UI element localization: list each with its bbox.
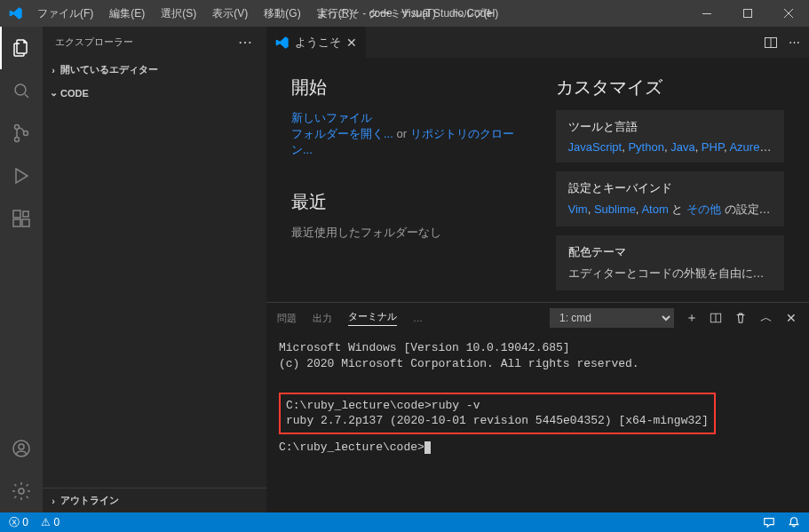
and-text: と	[671, 202, 686, 216]
editor-area: ようこそ ✕ ⋯ 開始 新しいファイル フォルダーを開く... or リポジトリ…	[266, 27, 809, 512]
card-theme[interactable]: 配色テーマ エディターとコードの外観を自由に設定します	[556, 235, 785, 290]
activitybar	[0, 27, 43, 512]
svg-rect-1	[744, 10, 752, 18]
menu-selection[interactable]: 選択(S)	[154, 3, 203, 25]
card-tools-title: ツールと言語	[568, 119, 773, 135]
errors-count: 0	[22, 516, 28, 528]
svg-point-12	[19, 488, 24, 494]
sep: ,	[695, 140, 702, 154]
split-terminal-icon[interactable]	[710, 312, 724, 324]
terminal-output: ruby 2.7.2p137 (2020-10-01 revision 5445…	[286, 413, 709, 429]
panel-tab-terminal[interactable]: ターミナル	[348, 310, 397, 326]
warnings-count: 0	[53, 516, 59, 528]
link-js[interactable]: JavaScript	[568, 140, 623, 154]
keys-suffix: の設定とキーボ...	[725, 202, 772, 216]
svg-point-3	[15, 125, 20, 130]
tab-label: ようこそ	[295, 35, 341, 51]
tab-welcome[interactable]: ようこそ ✕	[266, 27, 367, 58]
link-vim[interactable]: Vim	[568, 202, 588, 216]
link-php[interactable]: PHP	[702, 140, 724, 154]
svg-rect-9	[23, 211, 28, 217]
link-others[interactable]: その他	[686, 202, 721, 216]
recent-heading: 最近	[291, 190, 520, 214]
sidebar-more-icon[interactable]: ⋯	[238, 34, 254, 51]
customize-heading: カスタマイズ	[556, 75, 785, 99]
statusbar: ⓧ 0 ⚠ 0	[0, 512, 809, 532]
open-folder-link[interactable]: フォルダーを開く...	[291, 127, 393, 140]
panel: 問題 出力 ターミナル … 1: cmd ＋ ︿ ✕ Microsoft Win…	[266, 302, 809, 512]
close-panel-icon[interactable]: ✕	[784, 311, 798, 325]
tabbar: ようこそ ✕ ⋯	[266, 27, 809, 58]
terminal-selector[interactable]: 1: cmd	[550, 308, 674, 328]
status-warnings[interactable]: ⚠ 0	[41, 516, 59, 528]
link-java[interactable]: Java	[670, 140, 694, 154]
svg-rect-6	[13, 210, 20, 218]
folder-label: CODE	[60, 88, 89, 99]
menu-view[interactable]: 表示(V)	[205, 3, 255, 25]
terminal-body[interactable]: Microsoft Windows [Version 10.0.19042.68…	[266, 333, 809, 512]
terminal-highlight: C:\ruby_lecture\code>ruby -v ruby 2.7.2p…	[279, 393, 716, 434]
svg-point-11	[19, 444, 24, 449]
card-theme-title: 配色テーマ	[568, 244, 773, 260]
outline-label: アウトライン	[60, 494, 119, 507]
menu-edit[interactable]: 編集(E)	[102, 3, 152, 25]
svg-point-4	[15, 138, 20, 142]
card-tools[interactable]: ツールと言語 JavaScript, Python, Java, PHP, Az…	[556, 110, 785, 163]
new-file-link[interactable]: 新しいファイル	[291, 111, 372, 124]
card-keys-title: 設定とキーバインド	[568, 180, 773, 196]
card-tools-body: JavaScript, Python, Java, PHP, Azure, Do…	[568, 140, 773, 154]
link-azure[interactable]: Azure	[729, 140, 771, 154]
split-editor-icon[interactable]	[764, 36, 778, 50]
link-sublime[interactable]: Sublime	[594, 202, 636, 216]
activity-source-control[interactable]	[0, 112, 43, 155]
open-editors-section[interactable]: 開いているエディター	[43, 61, 266, 78]
terminal-prompt-line: C:\ruby_lecture\code>	[279, 440, 797, 456]
menu-go[interactable]: 移動(G)	[257, 3, 307, 25]
activity-run-debug[interactable]	[0, 155, 43, 197]
outline-section[interactable]: アウトライン	[43, 492, 266, 509]
activity-explorer[interactable]	[0, 27, 43, 69]
panel-tab-more[interactable]: …	[413, 313, 423, 323]
maximize-panel-icon[interactable]: ︿	[759, 310, 773, 326]
sidebar-title-text: エクスプローラー	[55, 36, 133, 49]
activity-settings[interactable]	[0, 470, 43, 512]
terminal-cmd: C:\ruby_lecture\code>ruby -v	[286, 398, 709, 414]
vscode-tab-icon	[275, 36, 289, 50]
tab-close-icon[interactable]: ✕	[346, 36, 357, 50]
minimize-button[interactable]	[686, 0, 727, 27]
window-title: ようこそ - code - Visual Studio Code	[317, 6, 492, 21]
sep: ,	[588, 202, 594, 216]
menu-file[interactable]: ファイル(F)	[30, 3, 100, 25]
activity-extensions[interactable]	[0, 197, 43, 240]
maximize-button[interactable]	[727, 0, 768, 27]
link-atom[interactable]: Atom	[641, 202, 668, 216]
sidebar-explorer: エクスプローラー ⋯ 開いているエディター CODE アウトライン	[43, 27, 266, 512]
status-feedback-icon[interactable]	[763, 516, 775, 528]
status-errors[interactable]: ⓧ 0	[9, 515, 28, 530]
folder-section[interactable]: CODE	[43, 85, 266, 100]
recent-none: 最近使用したフォルダーなし	[291, 225, 520, 241]
panel-tab-problems[interactable]: 問題	[277, 312, 297, 325]
link-python[interactable]: Python	[628, 140, 663, 154]
status-bell-icon[interactable]	[788, 516, 800, 528]
svg-rect-7	[13, 219, 20, 226]
sidebar-title: エクスプローラー ⋯	[43, 27, 266, 58]
new-terminal-icon[interactable]: ＋	[685, 310, 699, 326]
editor-more-icon[interactable]: ⋯	[789, 36, 800, 49]
card-keybindings[interactable]: 設定とキーバインド Vim, Sublime, Atom と その他 の設定とキ…	[556, 171, 785, 226]
card-theme-body: エディターとコードの外観を自由に設定します	[568, 266, 773, 282]
svg-point-2	[15, 84, 26, 95]
kill-terminal-icon[interactable]	[734, 312, 749, 324]
open-editors-label: 開いているエディター	[60, 63, 158, 76]
activity-search[interactable]	[0, 69, 43, 112]
svg-point-5	[24, 131, 28, 136]
welcome-page: 開始 新しいファイル フォルダーを開く... or リポジトリのクローン... …	[266, 58, 809, 302]
activity-accounts[interactable]	[0, 427, 43, 470]
close-button[interactable]	[768, 0, 809, 27]
vscode-logo-icon	[9, 6, 23, 20]
titlebar: ファイル(F) 編集(E) 選択(S) 表示(V) 移動(G) 実行(R) ター…	[0, 0, 809, 27]
panel-tabs: 問題 出力 ターミナル … 1: cmd ＋ ︿ ✕	[266, 303, 809, 333]
tab-actions: ⋯	[755, 27, 809, 58]
start-heading: 開始	[291, 75, 520, 99]
panel-tab-output[interactable]: 出力	[313, 312, 332, 325]
